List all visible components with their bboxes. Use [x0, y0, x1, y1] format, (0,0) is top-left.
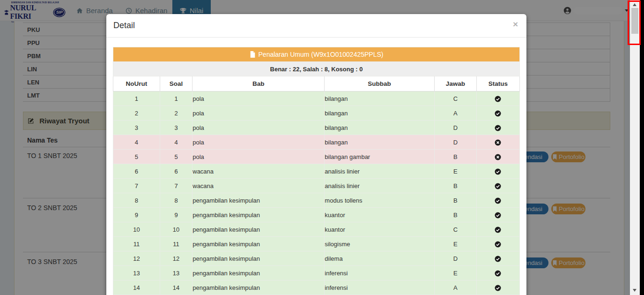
cell-no_urut: 10 [113, 222, 160, 237]
cell-status [476, 266, 519, 280]
cell-subbab: inferensi [325, 280, 434, 295]
cell-soal: 4 [160, 135, 192, 150]
answer-row: 66wacanaanalisis linierE [113, 164, 520, 179]
cell-jawab: E [434, 237, 476, 251]
cell-bab: pola [192, 150, 325, 164]
answer-row: 77wacanaanalisis linierB [113, 179, 520, 193]
cell-soal: 7 [160, 179, 192, 193]
cell-subbab: kuantor [325, 222, 434, 237]
check-circle-icon [495, 227, 501, 233]
answer-row: 88pengambilan kesimpulanmodus tollensB [113, 193, 520, 208]
cell-status [476, 150, 519, 164]
times-circle-icon [495, 139, 501, 146]
cell-jawab: B [434, 150, 476, 164]
check-circle-icon [495, 270, 501, 277]
cell-bab: pengambilan kesimpulan [192, 193, 325, 208]
cell-jawab: E [434, 266, 476, 280]
cell-status [476, 164, 519, 179]
modal-header: Detail × [106, 14, 526, 38]
cell-subbab: bilangan [325, 91, 434, 106]
cell-subbab: analisis linier [325, 164, 434, 179]
cell-no_urut: 13 [113, 266, 160, 280]
cell-soal: 14 [160, 280, 192, 295]
cell-jawab: E [434, 164, 476, 179]
check-circle-icon [495, 110, 501, 117]
header-status: Status [476, 76, 519, 91]
cell-jawab: B [434, 208, 476, 222]
cell-subbab: silogisme [325, 237, 434, 251]
header-soal: Soal [160, 76, 192, 91]
cell-status [476, 251, 519, 266]
cell-jawab: A [434, 280, 476, 295]
cell-status [476, 135, 519, 150]
file-icon [250, 51, 256, 58]
cell-no_urut: 4 [113, 135, 160, 150]
cell-status [476, 91, 519, 106]
summary-bar: Benar : 22, Salah : 8, Kosong : 0 [113, 62, 520, 76]
cell-status [476, 237, 519, 251]
answer-row: 44polabilanganD [113, 135, 520, 150]
cell-jawab: D [434, 121, 476, 135]
annotation-highlight [628, 0, 641, 45]
cell-soal: 3 [160, 121, 192, 135]
cell-bab: pengambilan kesimpulan [192, 222, 325, 237]
cell-status [476, 208, 519, 222]
cell-status [476, 121, 519, 135]
header-subbab: Subbab [325, 76, 434, 91]
cell-no_urut: 7 [113, 179, 160, 193]
close-icon[interactable]: × [513, 20, 518, 29]
cell-soal: 13 [160, 266, 192, 280]
cell-jawab: C [434, 91, 476, 106]
modal-title: Detail [113, 21, 135, 30]
cell-soal: 5 [160, 150, 192, 164]
cell-bab: pola [192, 106, 325, 121]
cell-bab: pengambilan kesimpulan [192, 266, 325, 280]
cell-jawab: B [434, 193, 476, 208]
cell-subbab: modus tollens [325, 193, 434, 208]
check-circle-icon [495, 285, 501, 291]
cell-soal: 10 [160, 222, 192, 237]
cell-jawab: D [434, 135, 476, 150]
cell-bab: wacana [192, 164, 325, 179]
check-circle-icon [495, 168, 501, 175]
cell-subbab: kuantor [325, 208, 434, 222]
check-circle-icon [495, 125, 501, 131]
answer-row: 1313pengambilan kesimpulaninferensiE [113, 266, 520, 280]
cell-no_urut: 3 [113, 121, 160, 135]
answer-detail-table: Penalaran Umum (W9x1O01002425PPLS) Benar… [113, 47, 520, 295]
header-bab: Bab [192, 76, 325, 91]
cell-subbab: inferensi [325, 266, 434, 280]
check-circle-icon [495, 183, 501, 189]
cell-jawab: D [434, 251, 476, 266]
cell-soal: 1 [160, 91, 192, 106]
cell-status [476, 280, 519, 295]
cell-bab: pengambilan kesimpulan [192, 251, 325, 266]
cell-status [476, 222, 519, 237]
answer-row: 11polabilanganC [113, 91, 520, 106]
header-jawab: Jawab [434, 76, 476, 91]
answer-row: 55polabilangan gambarB [113, 150, 520, 164]
cell-jawab: C [434, 222, 476, 237]
scroll-down-arrow-icon[interactable] [633, 289, 637, 292]
cell-subbab: bilangan gambar [325, 150, 434, 164]
cell-no_urut: 12 [113, 251, 160, 266]
cell-status [476, 179, 519, 193]
cell-bab: wacana [192, 179, 325, 193]
answer-row: 99pengambilan kesimpulankuantorB [113, 208, 520, 222]
cell-soal: 2 [160, 106, 192, 121]
answer-row: 1212pengambilan kesimpulandilemaD [113, 251, 520, 266]
cell-bab: pengambilan kesimpulan [192, 208, 325, 222]
answer-row: 1414pengambilan kesimpulaninferensiA [113, 280, 520, 295]
cell-status [476, 106, 519, 121]
cell-no_urut: 1 [113, 91, 160, 106]
cell-no_urut: 9 [113, 208, 160, 222]
cell-subbab: bilangan [325, 106, 434, 121]
times-circle-icon [495, 154, 501, 160]
answer-row: 33polabilanganD [113, 121, 520, 135]
subject-bar: Penalaran Umum (W9x1O01002425PPLS) [113, 47, 520, 62]
check-circle-icon [495, 197, 501, 204]
cell-soal: 11 [160, 237, 192, 251]
cell-no_urut: 2 [113, 106, 160, 121]
check-circle-icon [495, 256, 501, 262]
cell-no_urut: 14 [113, 280, 160, 295]
